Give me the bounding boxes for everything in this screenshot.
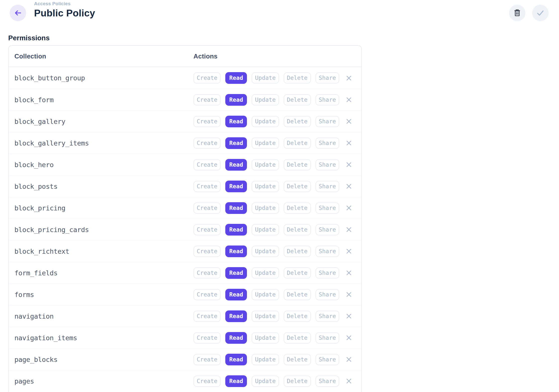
remove-permission-button[interactable] (345, 160, 353, 169)
collection-name: block_posts (14, 183, 193, 190)
remove-permission-button[interactable] (345, 117, 353, 126)
action-share-button[interactable]: Share (316, 181, 339, 192)
action-delete-button[interactable]: Delete (284, 224, 311, 235)
action-read-button[interactable]: Read (225, 267, 247, 279)
action-read-button[interactable]: Read (225, 159, 247, 171)
action-update-button[interactable]: Update (252, 246, 279, 257)
action-create-button[interactable]: Create (193, 332, 221, 343)
action-update-button[interactable]: Update (252, 267, 279, 279)
action-share-button[interactable]: Share (316, 159, 339, 170)
action-update-button[interactable]: Update (252, 354, 279, 365)
action-delete-button[interactable]: Delete (284, 94, 311, 105)
action-create-button[interactable]: Create (193, 354, 221, 365)
action-update-button[interactable]: Update (252, 202, 279, 214)
action-update-button[interactable]: Update (252, 289, 279, 300)
action-read-button[interactable]: Read (225, 354, 247, 365)
action-delete-button[interactable]: Delete (284, 376, 311, 387)
remove-permission-button[interactable] (345, 290, 353, 299)
remove-permission-button[interactable] (345, 247, 353, 255)
action-create-button[interactable]: Create (193, 94, 221, 105)
action-read-button[interactable]: Read (225, 289, 247, 300)
action-delete-button[interactable]: Delete (284, 267, 311, 279)
action-share-button[interactable]: Share (316, 72, 339, 84)
action-create-button[interactable]: Create (193, 159, 221, 170)
action-update-button[interactable]: Update (252, 376, 279, 387)
action-create-button[interactable]: Create (193, 376, 221, 387)
remove-permission-button[interactable] (345, 96, 353, 104)
remove-permission-button[interactable] (345, 182, 353, 191)
action-create-button[interactable]: Create (193, 116, 221, 127)
x-icon (345, 226, 353, 233)
action-delete-button[interactable]: Delete (284, 181, 311, 192)
action-delete-button[interactable]: Delete (284, 116, 311, 127)
action-create-button[interactable]: Create (193, 202, 221, 214)
action-delete-button[interactable]: Delete (284, 332, 311, 343)
action-share-button[interactable]: Share (316, 116, 339, 127)
action-read-button[interactable]: Read (225, 137, 247, 149)
table-row: block_richtext CreateReadUpdateDeleteSha… (9, 240, 361, 262)
action-update-button[interactable]: Update (252, 159, 279, 170)
action-create-button[interactable]: Create (193, 72, 221, 84)
action-share-button[interactable]: Share (316, 354, 339, 365)
action-read-button[interactable]: Read (225, 375, 247, 387)
action-read-button[interactable]: Read (225, 332, 247, 344)
action-update-button[interactable]: Update (252, 116, 279, 127)
action-update-button[interactable]: Update (252, 181, 279, 192)
action-share-button[interactable]: Share (316, 246, 339, 257)
action-read-button[interactable]: Read (225, 72, 247, 84)
action-read-button[interactable]: Read (225, 116, 247, 127)
action-create-button[interactable]: Create (193, 224, 221, 235)
action-read-button[interactable]: Read (225, 224, 247, 236)
action-delete-button[interactable]: Delete (284, 246, 311, 257)
action-share-button[interactable]: Share (316, 376, 339, 387)
remove-permission-button[interactable] (345, 204, 353, 212)
remove-permission-button[interactable] (345, 269, 353, 277)
action-share-button[interactable]: Share (316, 332, 339, 343)
remove-permission-button[interactable] (345, 377, 353, 385)
table-row: form_fields CreateReadUpdateDeleteShare (9, 262, 361, 284)
remove-permission-button[interactable] (345, 355, 353, 364)
action-share-button[interactable]: Share (316, 202, 339, 214)
action-delete-button[interactable]: Delete (284, 202, 311, 214)
remove-permission-button[interactable] (345, 334, 353, 342)
remove-permission-button[interactable] (345, 225, 353, 234)
action-delete-button[interactable]: Delete (284, 72, 311, 84)
action-delete-button[interactable]: Delete (284, 159, 311, 170)
action-share-button[interactable]: Share (316, 224, 339, 235)
action-create-button[interactable]: Create (193, 311, 221, 322)
action-share-button[interactable]: Share (316, 267, 339, 279)
action-read-button[interactable]: Read (225, 202, 247, 214)
x-icon (345, 269, 353, 277)
action-create-button[interactable]: Create (193, 246, 221, 257)
action-delete-button[interactable]: Delete (284, 311, 311, 322)
back-button[interactable] (10, 5, 26, 21)
action-update-button[interactable]: Update (252, 224, 279, 235)
action-delete-button[interactable]: Delete (284, 289, 311, 300)
actions-cell: CreateReadUpdateDeleteShare (193, 181, 353, 192)
action-delete-button[interactable]: Delete (284, 354, 311, 365)
collection-name: block_hero (14, 161, 193, 169)
action-share-button[interactable]: Share (316, 138, 339, 149)
remove-permission-button[interactable] (345, 312, 353, 320)
action-read-button[interactable]: Read (225, 245, 247, 257)
action-delete-button[interactable]: Delete (284, 138, 311, 149)
action-update-button[interactable]: Update (252, 72, 279, 84)
save-policy-button[interactable] (532, 5, 549, 21)
action-update-button[interactable]: Update (252, 138, 279, 149)
delete-policy-button[interactable] (509, 5, 525, 21)
action-share-button[interactable]: Share (316, 311, 339, 322)
action-read-button[interactable]: Read (225, 181, 247, 192)
remove-permission-button[interactable] (345, 139, 353, 147)
action-read-button[interactable]: Read (225, 310, 247, 322)
action-create-button[interactable]: Create (193, 267, 221, 279)
action-read-button[interactable]: Read (225, 94, 247, 106)
action-share-button[interactable]: Share (316, 94, 339, 105)
action-create-button[interactable]: Create (193, 289, 221, 300)
remove-permission-button[interactable] (345, 74, 353, 82)
action-update-button[interactable]: Update (252, 94, 279, 105)
action-update-button[interactable]: Update (252, 332, 279, 343)
action-update-button[interactable]: Update (252, 311, 279, 322)
action-share-button[interactable]: Share (316, 289, 339, 300)
action-create-button[interactable]: Create (193, 181, 221, 192)
action-create-button[interactable]: Create (193, 138, 221, 149)
